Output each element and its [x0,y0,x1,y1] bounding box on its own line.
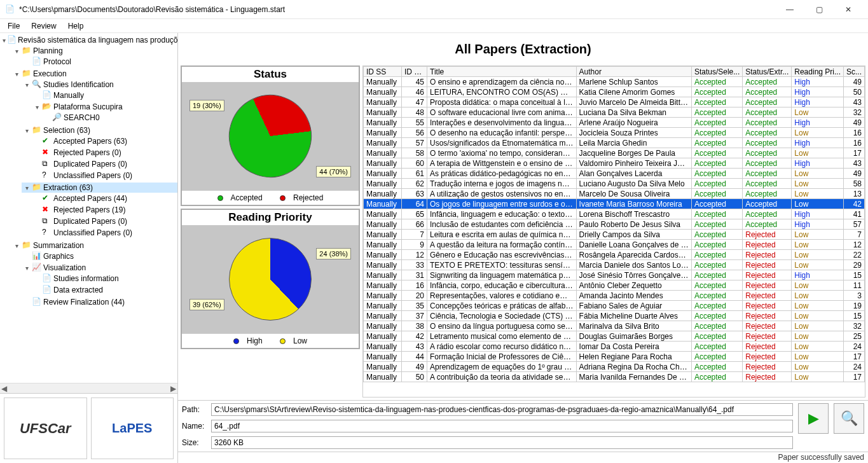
size-input[interactable] [211,436,793,449]
maximize-button[interactable]: ▢ [804,0,834,19]
table-row[interactable]: Manually49Aprendizagem de equações do 1º… [364,362,865,372]
papers-table[interactable]: ID SS ID P... Title Author Status/Sele..… [363,66,865,382]
tree-sel-rej[interactable]: Rejected Papers (0) [53,148,121,157]
table-row[interactable]: Manually48O software educacional livre c… [364,107,865,118]
menu-file[interactable]: File [3,20,25,32]
table-row[interactable]: Manually16Infância, corpo, educação e ci… [364,280,865,291]
pie-priority [229,238,312,321]
table-row[interactable]: Manually7Leitura e escrita em aulas de q… [364,230,865,240]
tree-execution[interactable]: Execution [33,69,67,78]
table-row[interactable]: Manually31Signwriting da linguagem matem… [364,270,865,280]
tree-protocol[interactable]: Protocol [43,57,71,66]
tree-sel-unc[interactable]: Unclassified Papers (0) [53,171,132,180]
chart-priority-title: Reading Priority [182,210,359,225]
table-row[interactable]: Manually50A contribuição da teoria da at… [364,372,865,382]
tree-ext-rej[interactable]: Rejected Papers (19) [53,205,125,214]
logo-lapes: LaPES [91,397,174,459]
name-input[interactable] [211,420,793,432]
table-row[interactable]: Manually47Proposta didática: o mapa conc… [364,97,865,107]
menu-bar: File Review Help [0,19,868,33]
col-idss[interactable]: ID SS [364,67,402,77]
table-row[interactable]: Manually35Concepções teóricas e práticas… [364,301,865,311]
tree-planning[interactable]: Planning [33,46,63,55]
tree-studies-info[interactable]: Studies information [53,274,119,283]
table-row[interactable]: Manually60A terapia de Wittgenstein e o … [364,158,865,169]
window-title: *C:\Users\pmars\Documents\Doutorado\Revi… [19,5,775,14]
col-idp[interactable]: ID P... [402,67,427,77]
col-author[interactable]: Author [576,67,691,77]
table-row[interactable]: Manually64Os jogos de linguagem entre su… [364,199,865,209]
table-row[interactable]: Manually9A questão da leitura na formaçã… [364,240,865,250]
pie-status [216,81,326,191]
status-bar: Paper successfully saved [178,452,868,463]
tree-root[interactable]: Revisão sistemática da linguagem nas pro… [18,36,177,45]
tree-selection[interactable]: Selection (63) [43,126,90,135]
search-button[interactable]: 🔍 [834,403,864,434]
minimize-button[interactable]: — [775,0,804,19]
table-row[interactable]: Manually45O ensino e aprendizagem da ciê… [364,77,865,87]
col-sc[interactable]: Sc... [843,67,864,77]
chart-status-title: Status [182,67,359,82]
table-row[interactable]: Manually43A rádio escolar como recurso d… [364,342,865,352]
callout-accepted: 44 (70%) [316,166,351,177]
table-row[interactable]: Manually63A utilização de gestos ostensi… [364,189,865,199]
callout-low: 39 (62%) [189,299,224,310]
table-row[interactable]: Manually66Inclusão de estudantes com def… [364,219,865,230]
tree-scrollbar[interactable]: ◀▶ [0,383,177,393]
table-row[interactable]: Manually37Ciência, Tecnologia e Sociedad… [364,311,865,321]
tree-review-fin[interactable]: Review Finalization (44) [43,298,125,307]
tree-studies-id[interactable]: Studies Identification [43,80,114,89]
path-input[interactable] [211,403,793,416]
tree-graphics[interactable]: Graphics [43,252,74,261]
tree-sel-dup[interactable]: Duplicated Papers (0) [53,160,127,169]
menu-review[interactable]: Review [26,20,61,32]
table-row[interactable]: Manually12Gênero e Educação nas escreviv… [364,250,865,260]
title-bar: 📄 *C:\Users\pmars\Documents\Doutorado\Re… [0,0,868,19]
tree-manually[interactable]: Manually [53,91,84,100]
table-row[interactable]: Manually20Representações, valores e coti… [364,291,865,301]
tree-visualization[interactable]: Visualization [43,263,86,272]
tree-ext-unc[interactable]: Unclassified Papers (0) [53,228,132,237]
close-button[interactable]: ✕ [834,0,863,19]
play-button[interactable]: ▶ [798,403,829,434]
logo-ufscar: UFSCar [4,397,87,459]
tree-ext-dup[interactable]: Duplicated Papers (0) [53,217,127,226]
path-label: Path: [182,405,207,414]
footer-panel: Path: Name: Size: ▶ 🔍 [178,400,868,452]
size-label: Size: [182,438,207,447]
app-icon: 📄 [5,4,15,15]
table-row[interactable]: Manually57Usos/significados da Etnomatem… [364,138,865,148]
table-row[interactable]: Manually46LEITURA, ENCONTRO COM OS(AS) O… [364,87,865,97]
col-pri[interactable]: Reading Pri... [792,67,844,77]
tree-summarization[interactable]: Summarization [33,241,84,250]
papers-table-wrap[interactable]: ID SS ID P... Title Author Status/Sele..… [362,66,865,397]
page-title: All Papers (Extraction) [178,33,868,66]
name-label: Name: [182,422,207,431]
tree-ext-acc[interactable]: Accepted Papers (44) [53,194,127,203]
menu-help[interactable]: Help [63,20,89,32]
table-row[interactable]: Manually58O termo 'axioma' no tempo, con… [364,148,865,158]
tree-sucupira[interactable]: Plataforma Sucupira [53,102,123,111]
table-row[interactable]: Manually42Letramento musical como elemen… [364,331,865,342]
tree-data-ext[interactable]: Data extracted [53,286,103,294]
tree-extraction[interactable]: Extraction (63) [43,183,93,192]
chart-status: Status 19 (30%) 44 (70%) Accepted Reject… [181,66,360,206]
table-row[interactable]: Manually62Tradução interna e jogos de im… [364,179,865,189]
table-row[interactable]: Manually33TEXTO E PRETEXTO: tessituras s… [364,260,865,270]
legend-status: Accepted Rejected [182,190,359,205]
table-row[interactable]: Manually55Interações e desenvolvimento d… [364,118,865,128]
table-row[interactable]: Manually38O ensino da língua portuguesa … [364,321,865,331]
callout-rejected: 19 (30%) [189,100,224,111]
tree-sel-acc[interactable]: Accepted Papers (63) [53,137,127,146]
table-row[interactable]: Manually44Formação Inicial de Professore… [364,352,865,362]
callout-high: 24 (38%) [316,248,351,259]
tree-search0[interactable]: SEARCH0 [64,113,100,122]
project-tree[interactable]: ▾📄Revisão sistemática da linguagem nas p… [0,33,177,383]
table-row[interactable]: Manually65Infância, linguagem e educação… [364,209,865,219]
col-title[interactable]: Title [427,67,577,77]
col-ssel[interactable]: Status/Sele... [691,67,742,77]
col-sext[interactable]: Status/Extr... [743,67,792,77]
table-row[interactable]: Manually61As práticas didático-pedagógic… [364,169,865,179]
table-row[interactable]: Manually56O desenho na educação infantil… [364,128,865,138]
legend-priority: High Low [182,333,359,348]
